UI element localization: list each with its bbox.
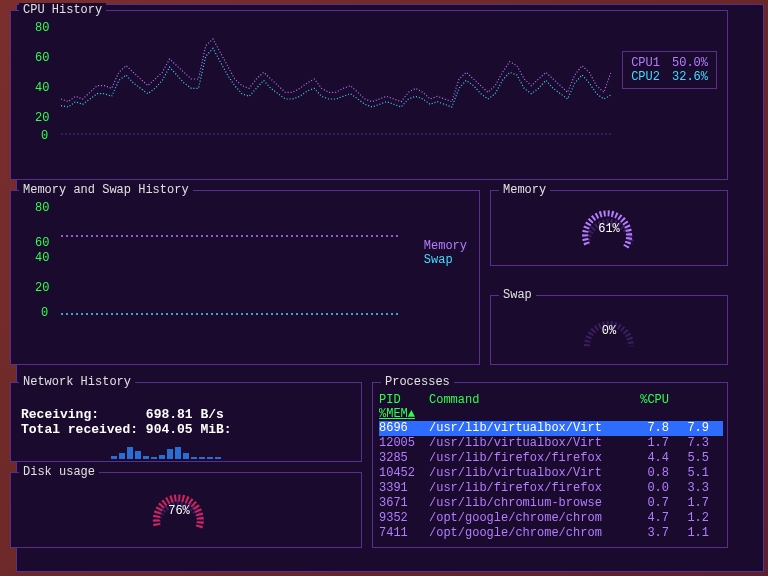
cell-command: /usr/lib/virtualbox/Virt: [429, 436, 629, 451]
col-cpu[interactable]: %CPU: [629, 393, 669, 407]
total-value: 904.05 MiB:: [146, 422, 232, 437]
disk-gauge-value: 76%: [168, 504, 190, 518]
receiving-label: Receiving:: [21, 407, 99, 422]
net-bar: [111, 456, 117, 459]
ytick: 0: [41, 306, 48, 320]
cell-pid: 8696: [379, 421, 429, 436]
cpu-chart: [61, 19, 611, 139]
network-stats: Receiving: 698.81 B/s Total received: 90…: [21, 407, 232, 437]
col-pid[interactable]: PID: [379, 393, 429, 407]
cell-command: /usr/lib/firefox/firefox: [429, 451, 629, 466]
cell-pid: 3391: [379, 481, 429, 496]
memswap-chart: [61, 199, 401, 319]
legend-swap: Swap: [424, 253, 467, 267]
cell-cpu: 1.7: [629, 436, 669, 451]
memory-gauge-value: 61%: [598, 222, 620, 236]
cell-cpu: 4.4: [629, 451, 669, 466]
net-bar: [119, 453, 125, 459]
cell-command: /opt/google/chrome/chrom: [429, 511, 629, 526]
cell-mem: 1.2: [669, 511, 709, 526]
cell-cpu: 3.7: [629, 526, 669, 541]
cell-cpu: 0.7: [629, 496, 669, 511]
table-row[interactable]: 3671/usr/lib/chromium-browse0.71.7: [379, 496, 723, 511]
net-bar: [207, 457, 213, 459]
cell-cpu: 0.0: [629, 481, 669, 496]
ytick: 0: [41, 129, 48, 143]
memswap-legend: Memory Swap: [424, 239, 467, 267]
table-row[interactable]: 9352/opt/google/chrome/chrom4.71.2: [379, 511, 723, 526]
panel-title: Swap: [499, 288, 536, 302]
cell-mem: 7.3: [669, 436, 709, 451]
panel-title: Disk usage: [19, 465, 99, 479]
process-table[interactable]: PID Command %CPU %MEM▲ 8696/usr/lib/virt…: [379, 393, 723, 541]
cell-mem: 5.1: [669, 466, 709, 481]
ytick: 40: [35, 251, 49, 265]
ytick: 60: [35, 236, 49, 250]
net-bar: [199, 457, 205, 459]
ytick: 60: [35, 51, 49, 65]
net-bar: [151, 457, 157, 459]
table-header[interactable]: PID Command %CPU: [379, 393, 723, 407]
receiving-value: 698.81 B/s: [146, 407, 224, 422]
cpu-legend: CPU1 50.0% CPU2 32.6%: [622, 51, 717, 89]
legend-memory: Memory: [424, 239, 467, 253]
table-row[interactable]: 12005/usr/lib/virtualbox/Virt1.77.3: [379, 436, 723, 451]
memory-gauge-panel: Memory 61%: [490, 190, 728, 266]
cell-pid: 9352: [379, 511, 429, 526]
net-bar: [191, 457, 197, 459]
legend-cpu2-value: 32.6%: [672, 70, 708, 84]
swap-gauge-panel: Swap 0%: [490, 295, 728, 365]
net-bar: [215, 457, 221, 459]
memswap-history-panel: Memory and Swap History 80 60 40 20 0 Me…: [10, 190, 480, 365]
cell-mem: 5.5: [669, 451, 709, 466]
table-sort-row[interactable]: %MEM▲: [379, 407, 723, 421]
net-bar: [143, 456, 149, 459]
cell-cpu: 7.8: [629, 421, 669, 436]
cell-pid: 10452: [379, 466, 429, 481]
table-row[interactable]: 3285/usr/lib/firefox/firefox4.45.5: [379, 451, 723, 466]
col-mem-sort[interactable]: %MEM▲: [379, 407, 415, 421]
panel-title: Memory: [499, 183, 550, 197]
net-bar: [175, 447, 181, 459]
legend-cpu2-label: CPU2: [631, 70, 660, 84]
cell-command: /usr/lib/virtualbox/Virt: [429, 421, 629, 436]
net-bar: [135, 451, 141, 459]
sort-arrow-icon: ▲: [408, 407, 415, 421]
network-history-panel: Network History Receiving: 698.81 B/s To…: [10, 382, 362, 462]
legend-cpu1-value: 50.0%: [672, 56, 708, 70]
swap-gauge-value: 0%: [602, 324, 616, 338]
cell-mem: 1.7: [669, 496, 709, 511]
net-bar: [159, 455, 165, 459]
panel-title: Network History: [19, 375, 135, 389]
legend-cpu1-label: CPU1: [631, 56, 660, 70]
panel-title: CPU History: [19, 3, 106, 17]
net-bar: [127, 447, 133, 459]
cell-command: /opt/google/chrome/chrom: [429, 526, 629, 541]
cell-command: /usr/lib/firefox/firefox: [429, 481, 629, 496]
network-bars: [111, 445, 221, 459]
table-row[interactable]: 7411/opt/google/chrome/chrom3.71.1: [379, 526, 723, 541]
cell-mem: 7.9: [669, 421, 709, 436]
col-command[interactable]: Command: [429, 393, 629, 407]
cell-cpu: 0.8: [629, 466, 669, 481]
ytick: 20: [35, 111, 49, 125]
cell-pid: 3285: [379, 451, 429, 466]
net-bar: [167, 449, 173, 459]
ytick: 80: [35, 21, 49, 35]
disk-usage-panel: Disk usage 76%: [10, 472, 362, 548]
net-bar: [183, 453, 189, 459]
cell-cpu: 4.7: [629, 511, 669, 526]
total-label: Total received:: [21, 422, 138, 437]
cell-pid: 12005: [379, 436, 429, 451]
ytick: 80: [35, 201, 49, 215]
table-row[interactable]: 8696/usr/lib/virtualbox/Virt7.87.9: [379, 421, 723, 436]
ytick: 20: [35, 281, 49, 295]
cell-pid: 3671: [379, 496, 429, 511]
ytick: 40: [35, 81, 49, 95]
panel-title: Processes: [381, 375, 454, 389]
processes-panel: Processes PID Command %CPU %MEM▲ 8696/us…: [372, 382, 728, 548]
cpu-history-panel: CPU History 80 60 40 20 0 CPU1 50.0% CPU…: [10, 10, 728, 180]
cell-command: /usr/lib/virtualbox/Virt: [429, 466, 629, 481]
table-row[interactable]: 10452/usr/lib/virtualbox/Virt0.85.1: [379, 466, 723, 481]
table-row[interactable]: 3391/usr/lib/firefox/firefox0.03.3: [379, 481, 723, 496]
